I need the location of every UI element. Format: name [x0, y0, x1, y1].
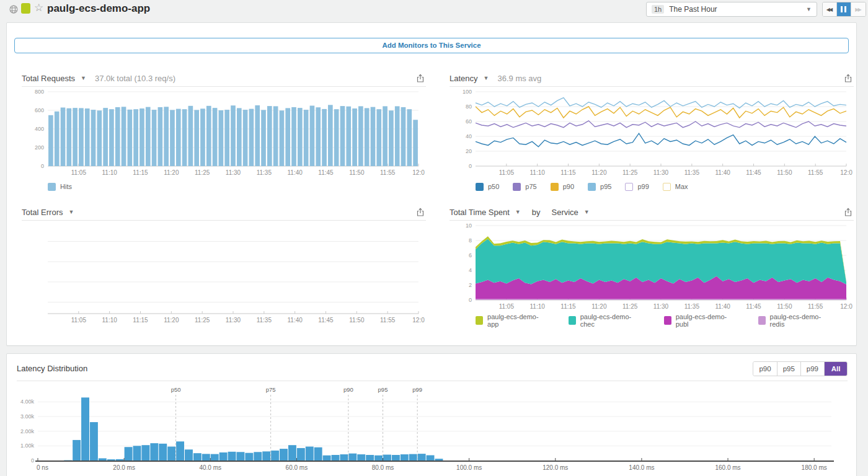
svg-text:0 ns: 0 ns [37, 464, 48, 471]
svg-text:3.00k: 3.00k [20, 413, 35, 420]
svg-text:11:10: 11:10 [530, 303, 546, 310]
legend-item-p99[interactable]: p99 [625, 183, 649, 191]
svg-text:p75: p75 [266, 386, 276, 393]
percentile-button-p95[interactable]: p95 [777, 362, 801, 376]
export-icon[interactable] [844, 208, 852, 217]
svg-text:11:55: 11:55 [380, 317, 396, 324]
time-range-selector[interactable]: 1h The Past Hour ▼ [646, 2, 817, 17]
pause-button[interactable] [837, 2, 851, 16]
svg-text:20: 20 [466, 148, 472, 154]
chevron-down-icon[interactable]: ▼ [68, 209, 74, 215]
export-icon[interactable] [416, 208, 425, 217]
total-errors-chart[interactable]: 11:0511:1011:1511:2011:2511:3011:3511:40… [22, 221, 426, 325]
svg-text:11:40: 11:40 [715, 169, 731, 176]
legend-item-paulg-ecs-demo-redis[interactable]: paulg-ecs-demo-redis [758, 313, 826, 328]
time-range-badge: 1h [652, 5, 664, 14]
svg-text:180.0 ms: 180.0 ms [802, 464, 827, 471]
rewind-button[interactable]: ◀◀ [823, 2, 837, 16]
latency-title[interactable]: Latency [450, 74, 478, 83]
latency-chart[interactable]: 02040608010011:0511:1011:1511:2011:2511:… [450, 87, 854, 177]
top-bar: ☆ paulg-ecs-demo-app 1h The Past Hour ▼ … [0, 0, 868, 19]
svg-text:11:25: 11:25 [195, 317, 210, 324]
legend-label: p75 [525, 183, 536, 190]
total-errors-title[interactable]: Total Errors [22, 208, 63, 217]
svg-text:11:25: 11:25 [622, 169, 638, 176]
svg-text:11:45: 11:45 [746, 303, 761, 310]
legend-label: paulg-ecs-demo-publ [676, 313, 731, 328]
svg-text:0: 0 [469, 297, 472, 303]
svg-text:140.0 ms: 140.0 ms [629, 464, 654, 471]
legend-label: Max [675, 183, 688, 190]
export-icon[interactable] [844, 74, 852, 83]
svg-text:60.0 ms: 60.0 ms [286, 464, 308, 471]
latency-distribution-chart[interactable]: 01.00k2.00k3.00k4.00kp50p75p90p95p990 ns… [17, 385, 848, 473]
svg-text:10: 10 [466, 223, 472, 229]
total-requests-panel: Total Requests ▼ 37.0k total (10.3 req/s… [22, 70, 426, 193]
svg-text:800: 800 [35, 89, 44, 95]
legend-item-paulg-ecs-demo-publ[interactable]: paulg-ecs-demo-publ [664, 313, 731, 328]
svg-text:4: 4 [469, 267, 472, 273]
legend-swatch-icon [664, 316, 671, 325]
time-spent-title[interactable]: Total Time Spent [450, 208, 510, 217]
svg-text:11:05: 11:05 [499, 169, 515, 176]
legend-item-Max[interactable]: Max [663, 183, 688, 191]
total-requests-title[interactable]: Total Requests [22, 74, 75, 83]
svg-text:11:45: 11:45 [318, 169, 334, 176]
chevron-down-icon[interactable]: ▼ [81, 75, 86, 81]
svg-text:20.0 ms: 20.0 ms [113, 464, 135, 471]
legend-item-paulg-ecs-demo-app[interactable]: paulg-ecs-demo-app [476, 313, 541, 328]
legend-swatch-icon [476, 316, 483, 325]
total-requests-chart[interactable]: 020040060080011:0511:1011:1511:2011:2511… [22, 87, 426, 177]
svg-text:11:40: 11:40 [288, 169, 303, 176]
svg-text:11:30: 11:30 [226, 169, 241, 176]
time-spent-chart[interactable]: 024681011:0511:1011:1511:2011:2511:3011:… [450, 221, 854, 311]
chevron-down-icon[interactable]: ▼ [484, 75, 489, 81]
legend-item-p75[interactable]: p75 [513, 183, 536, 191]
svg-text:12:0: 12:0 [412, 169, 425, 176]
percentile-button-p90[interactable]: p90 [753, 362, 777, 376]
legend-item-p50[interactable]: p50 [476, 183, 499, 191]
legend-swatch-icon [625, 183, 633, 191]
fast-forward-button[interactable]: ▶▶ [851, 2, 866, 16]
export-icon[interactable] [416, 74, 425, 83]
svg-text:11:40: 11:40 [288, 317, 303, 324]
legend-swatch-icon [663, 183, 671, 191]
svg-text:11:15: 11:15 [133, 317, 148, 324]
svg-text:11:50: 11:50 [777, 169, 792, 176]
svg-text:11:05: 11:05 [499, 303, 515, 310]
total-requests-legend: Hits [22, 180, 426, 193]
legend-item-Hits[interactable]: Hits [48, 183, 72, 191]
svg-text:1.00k: 1.00k [20, 443, 35, 449]
favorite-star-icon[interactable]: ☆ [34, 1, 43, 14]
svg-text:11:25: 11:25 [195, 169, 210, 176]
time-spent-panel: Total Time Spent ▼ by Service ▼ 02468101… [450, 204, 854, 327]
percentile-toggle-group: p90 p95 p99 All [753, 361, 848, 376]
legend-swatch-icon [513, 183, 521, 191]
legend-label: paulg-ecs-demo-chec [580, 313, 637, 328]
chevron-down-icon[interactable]: ▼ [515, 209, 521, 215]
svg-text:160.0 ms: 160.0 ms [715, 464, 740, 471]
percentile-button-p99[interactable]: p99 [801, 362, 825, 376]
svg-text:11:15: 11:15 [560, 169, 576, 176]
svg-text:0: 0 [469, 163, 472, 169]
add-monitors-button[interactable]: Add Monitors to This Service [14, 38, 849, 53]
legend-swatch-icon [48, 183, 56, 191]
svg-text:11:30: 11:30 [226, 317, 241, 324]
time-spent-group-selector[interactable]: Service [551, 208, 578, 217]
total-requests-summary: 37.0k total (10.3 req/s) [95, 74, 175, 83]
svg-text:11:35: 11:35 [257, 169, 272, 176]
chevron-down-icon: ▼ [806, 6, 812, 12]
legend-label: p50 [488, 183, 499, 190]
svg-text:p50: p50 [171, 386, 181, 393]
legend-item-p95[interactable]: p95 [588, 183, 611, 191]
legend-item-p90[interactable]: p90 [551, 183, 574, 191]
percentile-button-all[interactable]: All [825, 362, 847, 376]
svg-text:600: 600 [35, 107, 44, 113]
legend-item-paulg-ecs-demo-chec[interactable]: paulg-ecs-demo-chec [569, 313, 637, 328]
svg-text:11:50: 11:50 [349, 169, 365, 176]
svg-text:11:50: 11:50 [349, 317, 365, 324]
svg-text:11:30: 11:30 [653, 169, 669, 176]
chevron-down-icon[interactable]: ▼ [584, 209, 590, 215]
svg-text:11:20: 11:20 [164, 317, 179, 324]
svg-text:80: 80 [466, 104, 472, 110]
